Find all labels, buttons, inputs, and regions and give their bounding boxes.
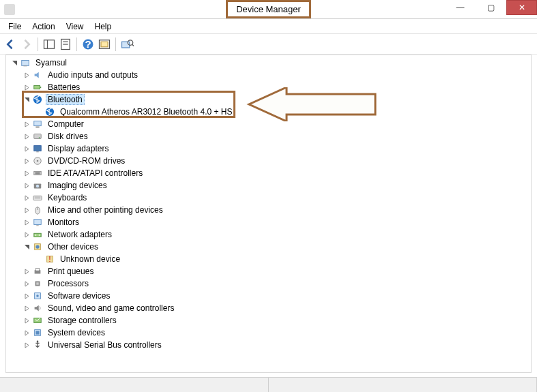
- expand-collapse-icon[interactable]: [23, 267, 31, 275]
- usb-icon: [32, 340, 43, 350]
- monitor-icon: [32, 217, 43, 228]
- imaging-icon: [32, 180, 43, 191]
- tree-category-computer[interactable]: Computer: [6, 118, 531, 130]
- svg-point-39: [35, 235, 37, 236]
- tree-node-label: Keyboards: [46, 192, 89, 203]
- tree-category-printer[interactable]: Print queues: [6, 265, 531, 277]
- menu-action[interactable]: Action: [27, 20, 60, 33]
- menu-file[interactable]: File: [3, 20, 27, 33]
- show-hide-console-tree-button[interactable]: [42, 37, 57, 52]
- titlebar: Device Manager — ▢ ✕: [0, 0, 537, 19]
- svg-rect-18: [34, 121, 42, 126]
- tree-node-label: Universal Serial Bus controllers: [46, 340, 164, 350]
- tree-category-disk[interactable]: Disk drives: [6, 130, 531, 142]
- expand-collapse-icon[interactable]: [23, 316, 31, 325]
- svg-rect-37: [36, 225, 39, 226]
- tree-node-label: Software devices: [46, 290, 112, 301]
- tree-category-bluetooth[interactable]: Bluetooth: [6, 93, 531, 106]
- software-icon: [32, 290, 43, 301]
- tree-category-monitor[interactable]: Monitors: [6, 216, 531, 228]
- tree-category-imaging[interactable]: Imaging devices: [6, 179, 531, 192]
- system-icon: [32, 327, 43, 338]
- device-tree[interactable]: SyamsulAudio inputs and outputsBatteries…: [5, 55, 532, 373]
- tree-category-ide[interactable]: IDE ATA/ATAPI controllers: [6, 167, 531, 179]
- expand-collapse-icon[interactable]: [23, 194, 31, 202]
- tree-category-other[interactable]: Other devices: [6, 241, 531, 253]
- tree-category-battery[interactable]: Batteries: [6, 81, 531, 93]
- menu-view[interactable]: View: [61, 20, 89, 33]
- svg-point-50: [36, 295, 39, 297]
- tree-node-label: Bluetooth: [46, 94, 85, 105]
- root-icon: [20, 57, 31, 68]
- expand-collapse-icon[interactable]: [23, 95, 31, 104]
- tree-category-software[interactable]: Software devices: [6, 290, 531, 302]
- storage-icon: [32, 315, 43, 326]
- expand-collapse-icon[interactable]: [10, 59, 18, 67]
- svg-rect-12: [22, 61, 29, 66]
- expand-collapse-icon[interactable]: [23, 304, 31, 312]
- tree-device-bluetooth[interactable]: Qualcomm Atheros AR3012 Bluetooth 4.0 + …: [6, 106, 531, 118]
- expand-collapse-icon[interactable]: [23, 83, 31, 91]
- expand-collapse-icon[interactable]: [23, 341, 31, 349]
- expand-collapse-icon[interactable]: [23, 145, 31, 153]
- help-button[interactable]: ?: [81, 37, 96, 52]
- display-icon: [32, 143, 43, 154]
- svg-text:!: !: [49, 255, 51, 263]
- tree-category-keyboard[interactable]: Keyboards: [6, 192, 531, 204]
- forward-button[interactable]: [19, 37, 34, 52]
- expand-collapse-icon[interactable]: [23, 206, 31, 214]
- tree-device-unknown[interactable]: !Unknown device: [6, 253, 531, 265]
- expand-collapse-icon[interactable]: [23, 292, 31, 300]
- update-driver-button[interactable]: [97, 37, 112, 52]
- tree-category-storage[interactable]: Storage controllers: [6, 314, 531, 327]
- other-icon: [32, 241, 43, 252]
- expand-collapse-icon[interactable]: [23, 230, 31, 239]
- expand-collapse-icon[interactable]: [23, 181, 31, 190]
- tree-category-display[interactable]: Display adapters: [6, 142, 531, 155]
- app-icon: [4, 4, 15, 15]
- expand-collapse-icon[interactable]: [23, 218, 31, 226]
- tree-node-label: Network adapters: [46, 229, 114, 240]
- tree-category-cdrom[interactable]: DVD/CD-ROM drives: [6, 155, 531, 167]
- tree-node-label: Disk drives: [46, 131, 90, 142]
- expand-collapse-icon[interactable]: [23, 280, 31, 288]
- tree-node-label: Sound, video and game controllers: [46, 303, 176, 314]
- expand-collapse-icon[interactable]: [35, 255, 43, 263]
- expand-collapse-icon[interactable]: [23, 120, 31, 128]
- expand-collapse-icon[interactable]: [23, 329, 31, 337]
- printer-icon: [32, 266, 43, 277]
- tree-category-usb[interactable]: Universal Serial Bus controllers: [6, 339, 531, 351]
- menu-help[interactable]: Help: [89, 20, 117, 33]
- expand-collapse-icon[interactable]: [23, 243, 31, 251]
- tree-node-label: Print queues: [46, 266, 96, 277]
- tree-node-label: Unknown device: [58, 254, 122, 265]
- svg-rect-20: [34, 134, 42, 139]
- svg-point-30: [36, 185, 39, 187]
- tree-category-audio[interactable]: Audio inputs and outputs: [6, 69, 531, 81]
- back-button[interactable]: [3, 37, 18, 52]
- minimize-button[interactable]: —: [445, 0, 476, 15]
- close-button[interactable]: ✕: [506, 0, 537, 15]
- bluetooth-icon: [32, 94, 43, 105]
- expand-collapse-icon[interactable]: [23, 169, 31, 177]
- svg-line-11: [132, 44, 134, 46]
- window-controls: — ▢ ✕: [445, 0, 537, 15]
- expand-collapse-icon[interactable]: [35, 108, 43, 116]
- tree-root[interactable]: Syamsul: [6, 57, 531, 69]
- tree-category-cpu[interactable]: Processors: [6, 277, 531, 290]
- tree-node-label: Monitors: [46, 217, 81, 228]
- tree-node-label: System devices: [46, 327, 107, 338]
- expand-collapse-icon[interactable]: [23, 132, 31, 140]
- tree-node-label: DVD/CD-ROM drives: [46, 155, 127, 166]
- expand-collapse-icon[interactable]: [23, 71, 31, 79]
- tree-category-mouse[interactable]: Mice and other pointing devices: [6, 204, 531, 216]
- tree-category-sound[interactable]: Sound, video and game controllers: [6, 302, 531, 314]
- scan-hardware-button[interactable]: [119, 37, 134, 52]
- expand-collapse-icon[interactable]: [23, 157, 31, 165]
- statusbar: [0, 377, 537, 392]
- svg-rect-22: [34, 146, 42, 151]
- tree-category-network[interactable]: Network adapters: [6, 228, 531, 241]
- tree-category-system[interactable]: System devices: [6, 327, 531, 339]
- properties-button[interactable]: [58, 37, 73, 52]
- maximize-button[interactable]: ▢: [476, 0, 506, 15]
